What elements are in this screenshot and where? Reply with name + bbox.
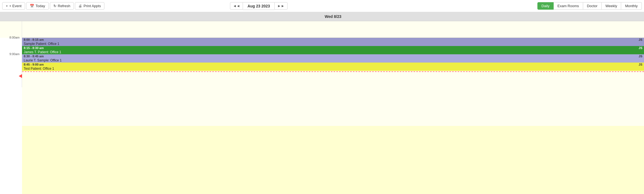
- appt-1-badge: JS: [639, 38, 642, 41]
- calendar-icon: 📅: [30, 4, 34, 8]
- appt-4-badge: JS: [639, 63, 642, 66]
- appt-3-badge: JS: [639, 55, 642, 58]
- print-icon: 🖨: [79, 4, 82, 8]
- plus-icon: +: [6, 4, 8, 8]
- appt-4-time-row: 8:45 - 9:00 am JS: [22, 63, 644, 66]
- current-time-line: [22, 71, 644, 72]
- print-label: Print Appts: [83, 4, 101, 8]
- appt-2-time-row: 8:15 - 8:30 am JS: [22, 46, 644, 50]
- appointment-3[interactable]: 8:30 - 8:45 am JS Laurie T. Sample: Offi…: [22, 54, 644, 63]
- nav-prev-button[interactable]: ◄◄: [230, 2, 243, 10]
- refresh-button[interactable]: ↻ Refresh: [50, 2, 74, 10]
- view-switcher: Daily Exam Rooms Doctor Weekly Monthly: [537, 2, 642, 10]
- appt-3-time-row: 8:30 - 8:45 am JS: [22, 54, 644, 58]
- appt-2-time: 8:15 - 8:30 am: [24, 46, 44, 50]
- events-column[interactable]: 8:00 - 8:15 am JS Sample Patient: Office…: [22, 21, 644, 194]
- today-button[interactable]: 📅 Today: [26, 2, 49, 10]
- today-label: Today: [36, 4, 45, 8]
- add-event-label: + Event: [9, 4, 21, 8]
- time-slot-8am: 8:00am: [0, 38, 22, 54]
- refresh-icon: ↻: [53, 4, 56, 8]
- time-column: 8:00am 9:00am: [0, 21, 22, 194]
- calendar-body: 8:00am 9:00am: [0, 21, 644, 194]
- view-doctor-button[interactable]: Doctor: [583, 2, 602, 10]
- appointment-2[interactable]: 8:15 - 8:30 am JS James T. Patient: Offi…: [22, 46, 644, 54]
- appointment-1[interactable]: 8:00 - 8:15 am JS Sample Patient: Office…: [22, 38, 644, 46]
- current-time-arrow: [19, 74, 22, 78]
- view-daily-button[interactable]: Daily: [537, 2, 554, 10]
- calendar-day-header: Wed 8/23: [0, 12, 644, 21]
- appointment-4[interactable]: 8:45 - 9:00 am JS Test Patient: Office 1: [22, 63, 644, 71]
- appointments-area: 8:00 - 8:15 am JS Sample Patient: Office…: [22, 38, 644, 71]
- appt-1-time: 8:00 - 8:15 am: [24, 38, 44, 41]
- appt-2-name: James T. Patient: Office 1: [22, 50, 644, 54]
- appt-4-time: 8:45 - 9:00 am: [24, 63, 44, 66]
- appt-2-badge: JS: [639, 46, 642, 50]
- current-date-display: Aug 23 2023: [243, 2, 274, 10]
- view-exam-rooms-button[interactable]: Exam Rooms: [554, 2, 583, 10]
- appt-3-name: Laurie T. Sample: Office 1: [22, 58, 644, 63]
- view-monthly-button[interactable]: Monthly: [621, 2, 642, 10]
- date-navigation: ◄◄ Aug 23 2023 ►►: [230, 2, 288, 10]
- appt-4-name: Test Patient: Office 1: [22, 66, 644, 71]
- appt-1-time-row: 8:00 - 8:15 am JS: [22, 38, 644, 42]
- toolbar: + + Event 📅 Today ↻ Refresh 🖨 Print Appt…: [0, 0, 644, 12]
- nav-next-button[interactable]: ►►: [274, 2, 288, 10]
- appt-1-name: Sample Patient: Office 1: [22, 42, 644, 46]
- time-label-9am: 9:00am: [9, 52, 20, 56]
- calendar-container: Wed 8/23 8:00am 9:00am: [0, 12, 644, 194]
- refresh-label: Refresh: [58, 4, 71, 8]
- view-weekly-button[interactable]: Weekly: [602, 2, 621, 10]
- time-slot-9am: 9:00am: [0, 54, 22, 87]
- print-button[interactable]: 🖨 Print Appts: [75, 2, 104, 10]
- add-event-button[interactable]: + + Event: [2, 2, 25, 10]
- appt-3-time: 8:30 - 8:45 am: [24, 55, 44, 58]
- calendar-header-date: Wed 8/23: [325, 14, 341, 19]
- time-label-8am: 8:00am: [9, 36, 20, 39]
